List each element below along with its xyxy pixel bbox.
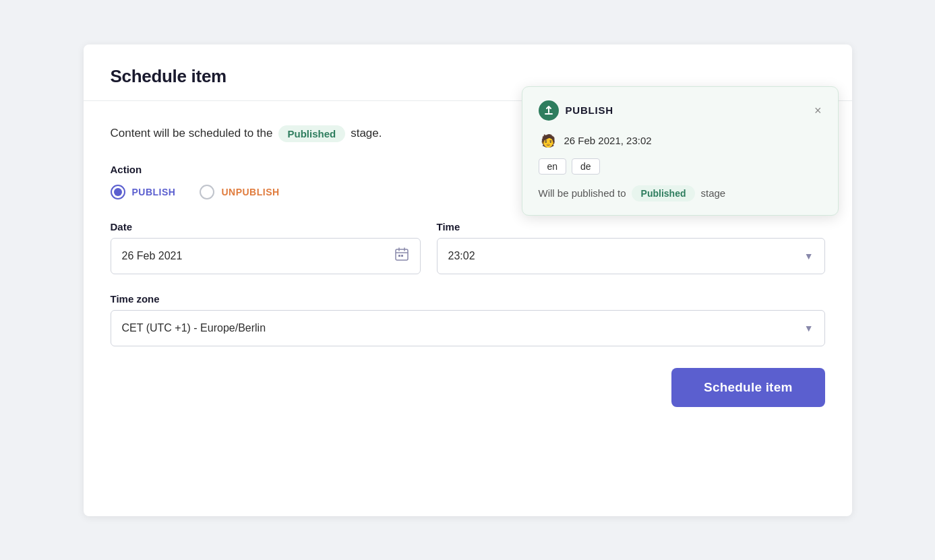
- date-field-group: Date: [111, 221, 421, 274]
- radio-unpublish-label: UNPUBLISH: [221, 187, 279, 197]
- radio-unpublish-button[interactable]: [200, 185, 214, 199]
- time-field-group: Time 23:02 ▼: [437, 221, 825, 274]
- radio-publish-inner: [114, 188, 122, 196]
- tooltip-meta: 🧑 26 Feb 2021, 23:02: [539, 131, 822, 150]
- publish-tooltip: PUBLISH × 🧑 26 Feb 2021, 23:02 en de Wil…: [522, 86, 839, 216]
- publish-icon: [539, 100, 559, 121]
- tooltip-date: 26 Feb 2021, 23:02: [564, 135, 652, 146]
- content-stage-text-before: Content will be scheduled to the: [111, 127, 273, 140]
- timezone-value: CET (UTC +1) - Europe/Berlin: [122, 322, 266, 334]
- timezone-label: Time zone: [111, 293, 825, 305]
- date-input-box[interactable]: [111, 238, 421, 274]
- chevron-down-icon-tz: ▼: [804, 323, 814, 334]
- time-label: Time: [437, 221, 825, 232]
- button-row: Schedule item: [111, 368, 825, 407]
- tooltip-title-row: PUBLISH: [539, 100, 613, 121]
- lang-tags: en de: [539, 158, 822, 175]
- timezone-field-group: Time zone CET (UTC +1) - Europe/Berlin ▼: [111, 293, 825, 346]
- svg-rect-5: [401, 255, 403, 257]
- avatar-emoji: 🧑: [541, 133, 555, 148]
- radio-publish-label: PUBLISH: [132, 187, 176, 197]
- tooltip-header: PUBLISH ×: [539, 100, 822, 121]
- tooltip-stage-text-before: Will be published to: [539, 187, 626, 199]
- time-select[interactable]: 23:02 ▼: [437, 238, 825, 274]
- date-input[interactable]: [122, 250, 394, 262]
- timezone-select[interactable]: CET (UTC +1) - Europe/Berlin ▼: [111, 310, 825, 346]
- calendar-icon: [394, 247, 409, 265]
- timezone-row: Time zone CET (UTC +1) - Europe/Berlin ▼: [111, 293, 825, 346]
- tooltip-title: PUBLISH: [566, 104, 613, 116]
- tooltip-stage-text-after: stage: [700, 187, 725, 199]
- radio-unpublish[interactable]: UNPUBLISH: [200, 185, 279, 199]
- tooltip-stage-row: Will be published to Published stage: [539, 185, 822, 201]
- content-stage-text-after: stage.: [351, 127, 382, 140]
- modal-title: Schedule item: [111, 66, 825, 87]
- date-time-row: Date: [111, 221, 825, 274]
- radio-publish[interactable]: PUBLISH: [111, 185, 176, 199]
- tooltip-close-button[interactable]: ×: [814, 104, 822, 117]
- time-value: 23:02: [448, 250, 475, 262]
- date-label: Date: [111, 221, 421, 232]
- modal-card: Schedule item Content will be scheduled …: [84, 44, 852, 516]
- svg-rect-4: [398, 255, 400, 257]
- avatar: 🧑: [539, 131, 557, 150]
- page-wrapper: Schedule item Content will be scheduled …: [0, 0, 935, 560]
- tooltip-stage-badge: Published: [632, 185, 696, 201]
- lang-tag-en: en: [539, 158, 567, 175]
- schedule-item-button[interactable]: Schedule item: [671, 368, 824, 407]
- lang-tag-de: de: [572, 158, 600, 175]
- radio-publish-button[interactable]: [111, 185, 125, 199]
- chevron-down-icon: ▼: [804, 251, 814, 261]
- stage-badge: Published: [278, 125, 346, 142]
